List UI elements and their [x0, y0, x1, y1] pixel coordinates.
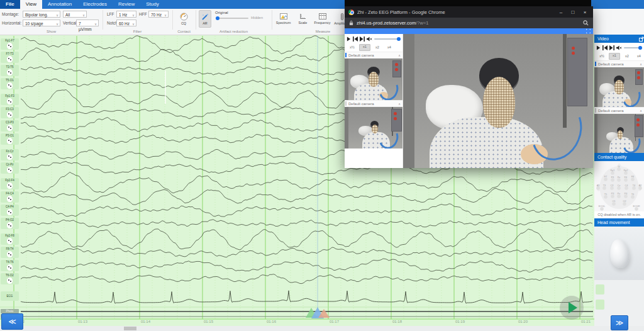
volume-muted-icon[interactable] [616, 45, 622, 50]
speed-x4-button[interactable]: x4 [634, 53, 644, 59]
volume-slider-track[interactable] [374, 38, 401, 40]
artifact-reduction-button[interactable]: AR [199, 10, 211, 28]
page-back-button[interactable]: ≪ [1, 313, 23, 330]
horizontal-select[interactable]: 10 s/page∨ [23, 20, 60, 26]
step-forward-icon[interactable] [360, 36, 365, 42]
popup-camera-thumbnail-1[interactable] [345, 59, 402, 100]
channel-label-fz-cz[interactable]: Fz-Cz [1, 149, 19, 160]
scrollbar-thumb[interactable] [124, 327, 136, 330]
channel-label-fp1-f7[interactable]: Fp1-F7 [1, 38, 19, 50]
chrome-popup-window: Zhi - Zeto EEG Platform - Google Chrome … [345, 6, 593, 168]
ribbon-tab-file[interactable]: File [0, 0, 20, 9]
step-forward-icon[interactable] [609, 45, 614, 50]
popup-camera-thumbnail-2[interactable] [345, 107, 402, 149]
montage-select[interactable]: Bipolar long.∨ [23, 11, 60, 18]
camera-thumbnail-1[interactable] [594, 67, 644, 107]
ribbon-tab-electrodes[interactable]: Electrodes [77, 0, 113, 9]
measure-scale-button[interactable]: Scale [294, 10, 311, 28]
measure-frequency-button[interactable]: Frequency [314, 10, 331, 28]
head-montage-icon [7, 111, 13, 118]
timeline-label: 01:19 [455, 320, 465, 323]
channel-label-f3-c3[interactable]: F3-C3 [1, 107, 19, 118]
channel-label-c4-p4[interactable]: C4-P4 [1, 205, 19, 216]
camera-section-header[interactable]: Default camera∧ [345, 100, 402, 107]
channel-label-p4-o2[interactable]: P4-O2 [1, 218, 19, 229]
speed-x2-button[interactable]: x2 [372, 45, 382, 50]
chevron-down-icon: ∨ [82, 13, 85, 18]
ar-slider-knob[interactable] [216, 16, 219, 20]
notch-select[interactable]: 60 Hz∨ [116, 20, 136, 26]
lock-icon [349, 20, 353, 26]
channel-label-f7-t3[interactable]: F7-T3 [1, 52, 19, 63]
minimize-button[interactable]: – [557, 9, 565, 15]
play-icon[interactable] [347, 36, 351, 42]
timeline-label: 01:15 [204, 320, 213, 323]
fullscreen-icon[interactable] [586, 29, 591, 33]
camera-section-header[interactable]: Default camera∧ [345, 52, 402, 59]
speed-x2-button[interactable]: x2 [622, 53, 632, 59]
gauge-icon [180, 13, 188, 21]
channel-label-ecg[interactable]: ECG [1, 291, 19, 301]
maximize-button[interactable]: □ [569, 9, 577, 15]
head-3d-model[interactable] [609, 238, 630, 268]
popup-main-video[interactable] [403, 34, 593, 168]
step-back-icon[interactable] [353, 36, 358, 42]
montage-filter-select[interactable]: All∨ [63, 11, 87, 18]
electrode-g: G [618, 166, 620, 168]
speed-x1-button[interactable]: x1 [359, 44, 370, 51]
channel-label-fp2-f4[interactable]: Fp2-F4 [1, 178, 19, 189]
volume-slider-track[interactable] [624, 47, 642, 48]
volume-muted-icon[interactable] [367, 36, 372, 42]
ribbon-tab-view[interactable]: View [20, 0, 42, 9]
close-button[interactable]: × [580, 9, 589, 15]
volume-slider-knob[interactable] [638, 46, 642, 50]
vertical-select[interactable]: 7 µV/mm∨ [76, 20, 99, 26]
electrode-t6: T6 [631, 193, 634, 196]
ar-slider-track[interactable] [216, 18, 248, 19]
ribbon-tab-review[interactable]: Review [113, 0, 140, 9]
hff-select[interactable]: 70 Hz∨ [148, 11, 169, 18]
step-back-icon[interactable] [602, 45, 608, 50]
ribbon-tab-annotation[interactable]: Annotation [42, 0, 77, 9]
frequency-icon [319, 13, 326, 20]
camera-section-header[interactable]: Default camera∧ [594, 107, 644, 114]
speed-x1-button[interactable]: x1 [609, 53, 620, 60]
address-bar[interactable]: zhi4.us-prod.zetoserver.com/?w=1 [345, 18, 593, 28]
head-montage-icon [7, 69, 13, 76]
camera-section-header[interactable]: Default camera∧ [594, 60, 644, 67]
channel-label-fp1-f3[interactable]: Fp1-F3 [1, 94, 19, 105]
channel-label-p3-o1[interactable]: P3-O1 [1, 133, 19, 145]
channel-label-t4-t6[interactable]: T4-T6 [1, 260, 19, 271]
volume-slider-knob[interactable] [397, 37, 401, 41]
channel-label-f4-c4[interactable]: F4-C4 [1, 191, 19, 203]
channel-label-t6-o2[interactable]: T6-O2 [1, 273, 19, 284]
speed-half-button[interactable]: x½ [597, 53, 607, 59]
channel-label-f8-t4[interactable]: F8-T4 [1, 247, 19, 258]
sidebar-video-controls [594, 43, 644, 52]
contact-quality-button[interactable]: CQ [175, 10, 192, 28]
electrode-cz: Cz [618, 184, 621, 187]
measure-spectrum-button[interactable]: Spectrum [275, 10, 292, 28]
channel-label-c3-p3[interactable]: C3-P3 [1, 120, 19, 132]
channel-label-t3-t5[interactable]: T3-T5 [1, 65, 19, 76]
speed-x4-button[interactable]: x4 [384, 45, 394, 50]
horizontal-scrollbar[interactable] [0, 326, 644, 331]
search-icon[interactable] [583, 20, 589, 26]
channel-label-cz-pz[interactable]: Cz-Pz [1, 162, 19, 174]
channel-label-t5-o1[interactable]: T5-O1 [1, 78, 19, 89]
popout-icon[interactable] [639, 36, 644, 42]
window-title: Zhi - Zeto EEG Platform - Google Chrome [357, 9, 553, 15]
ribbon-tab-study[interactable]: Study [140, 0, 164, 9]
electrode-pz: Pz [618, 193, 621, 195]
window-title-bar[interactable]: Zhi - Zeto EEG Platform - Google Chrome … [345, 6, 593, 18]
channel-name: P3-O1 [6, 134, 14, 137]
channel-name: C4-P4 [6, 205, 14, 208]
playback-play-button[interactable] [560, 296, 584, 320]
camera-thumbnail-2[interactable] [594, 114, 644, 153]
page-forward-button[interactable]: ≫ [611, 315, 628, 330]
channel-label-fp2-f8[interactable]: Fp2-F8 [1, 233, 19, 245]
play-icon[interactable] [596, 45, 601, 50]
electrode-f3: F3 [611, 176, 614, 179]
speed-half-button[interactable]: x½ [347, 45, 357, 50]
lff-select[interactable]: 1 Hz∨ [116, 11, 136, 18]
